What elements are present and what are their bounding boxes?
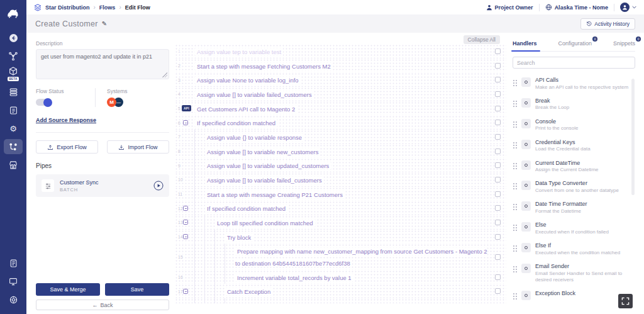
- flow-step[interactable]: 7Assign value {} to variable response: [175, 130, 506, 144]
- flow-step[interactable]: 11Start a step with message Creating P21…: [175, 187, 506, 201]
- tab-configuration[interactable]: Configuration 0: [558, 40, 592, 47]
- tab-handlers[interactable]: Handlers: [513, 40, 537, 47]
- settings-gear-icon[interactable]: ⚙: [4, 121, 23, 136]
- logs-document-icon[interactable]: [4, 103, 23, 118]
- drag-handle-icon[interactable]: [513, 79, 517, 86]
- collapse-step-icon[interactable]: [183, 120, 188, 125]
- flow-step[interactable]: 16Increment variable total_records by va…: [175, 270, 506, 284]
- collapse-step-icon[interactable]: [183, 234, 188, 239]
- collapse-step-icon[interactable]: [183, 220, 188, 225]
- description-textarea[interactable]: get user from magento2 and update it in …: [36, 49, 169, 79]
- handler-item[interactable]: Current DateTimeAssign the Current Datet…: [513, 160, 635, 174]
- drag-handle-icon[interactable]: [513, 245, 517, 252]
- step-checkbox[interactable]: [495, 149, 501, 154]
- timezone-selector[interactable]: Alaska Time - Nome: [545, 4, 608, 11]
- drag-handle-icon[interactable]: [513, 266, 517, 272]
- step-checkbox[interactable]: [495, 234, 501, 240]
- add-source-response-link[interactable]: Add Source Response: [36, 117, 169, 123]
- save-button[interactable]: Save: [105, 283, 169, 296]
- rhino-logo-icon[interactable]: [4, 5, 23, 20]
- drag-handle-icon[interactable]: [513, 142, 517, 149]
- stacks-icon[interactable]: [4, 84, 23, 99]
- step-checkbox[interactable]: [495, 48, 501, 54]
- step-number: 1: [177, 49, 181, 53]
- handler-item[interactable]: Email SenderEmail Sender Handler to Send…: [513, 263, 635, 283]
- flow-step[interactable]: 6If specified condition matched: [175, 115, 506, 130]
- step-checkbox[interactable]: [495, 220, 501, 225]
- step-checkbox[interactable]: [495, 177, 501, 182]
- handler-item[interactable]: Date Time FormatterFormat the Datetime: [513, 201, 635, 215]
- handler-item[interactable]: ConsolePrint to the console: [513, 118, 635, 132]
- drag-handle-icon[interactable]: [513, 293, 517, 300]
- flow-step[interactable]: 15Prepare mapping with name new_customer…: [175, 244, 506, 269]
- flow-step[interactable]: 4Assign value [] to variable failed_cust…: [175, 87, 506, 101]
- flow-step[interactable]: 13Loop till specified condition matched: [175, 215, 506, 230]
- drag-handle-icon[interactable]: [513, 100, 517, 107]
- save-merge-button[interactable]: Save & Merge: [36, 283, 100, 296]
- step-checkbox[interactable]: [495, 288, 501, 294]
- step-checkbox[interactable]: [495, 106, 501, 111]
- flow-step[interactable]: 9Assign value [] to variable updated_cus…: [175, 158, 506, 172]
- import-flow-button[interactable]: Import Flow: [107, 140, 169, 154]
- step-checkbox[interactable]: [495, 63, 501, 69]
- fullscreen-button[interactable]: [618, 294, 633, 308]
- drag-handle-icon[interactable]: [513, 182, 517, 189]
- handler-text: API CallsMake an API call to the respect…: [535, 77, 628, 91]
- step-checkbox[interactable]: [495, 134, 501, 140]
- collapse-step-icon[interactable]: [183, 289, 188, 294]
- flow-step[interactable]: 2Start a step with message Fetching Cust…: [175, 59, 506, 73]
- pipe-card[interactable]: Customer Sync BATCH: [36, 174, 169, 197]
- step-checkbox[interactable]: [495, 254, 501, 260]
- breadcrumb-flows[interactable]: Flows: [99, 4, 116, 11]
- tab-snippets[interactable]: Snippets 0: [613, 40, 635, 47]
- step-checkbox[interactable]: [495, 191, 501, 197]
- collapse-step-icon[interactable]: [183, 206, 188, 211]
- handler-item[interactable]: API CallsMake an API call to the respect…: [513, 77, 635, 91]
- handler-list-scrollbar[interactable]: [631, 79, 635, 195]
- back-button[interactable]: ← Back: [36, 300, 169, 310]
- support-lifebuoy-icon[interactable]: [4, 292, 23, 307]
- handler-item[interactable]: Exception Block: [513, 290, 635, 300]
- monitor-icon[interactable]: [4, 274, 23, 289]
- handler-item[interactable]: Data Type ConverterConvert from one to a…: [513, 180, 635, 194]
- export-flow-button[interactable]: Export Flow: [36, 140, 98, 154]
- activity-history-button[interactable]: Activity History: [580, 18, 635, 30]
- marketplace-store-icon[interactable]: [4, 157, 23, 172]
- flow-step[interactable]: 3Assign value None to variable log_info: [175, 72, 506, 87]
- step-checkbox[interactable]: [495, 120, 501, 125]
- handler-item[interactable]: ElseExecuted when If condition failed: [513, 221, 635, 235]
- user-menu[interactable]: [620, 3, 636, 12]
- breadcrumb-app[interactable]: Star Distribution: [45, 4, 90, 11]
- hub-icon[interactable]: [4, 48, 23, 64]
- flows-pipeline-icon[interactable]: [4, 139, 23, 154]
- handler-item[interactable]: BreakBreak the Loop: [513, 98, 635, 111]
- step-checkbox[interactable]: [495, 205, 501, 211]
- run-pipe-button[interactable]: [153, 181, 164, 191]
- drag-handle-icon[interactable]: [513, 121, 517, 128]
- drag-handle-icon[interactable]: [513, 224, 517, 231]
- docs-page-icon[interactable]: [4, 255, 23, 271]
- flow-status-toggle[interactable]: [36, 99, 51, 106]
- project-owner[interactable]: Project Owner: [486, 4, 533, 11]
- flow-step[interactable]: 5APIGet Customers API call to Magento 2: [175, 101, 506, 116]
- drag-handle-icon[interactable]: [513, 203, 517, 210]
- pipe-sliders-icon[interactable]: [42, 179, 54, 192]
- handler-item[interactable]: Credential KeysLoad the Credential data: [513, 139, 635, 153]
- drag-handle-icon[interactable]: [513, 162, 517, 169]
- flow-step[interactable]: 8Assign value [] to variable new_custome…: [175, 144, 506, 159]
- handler-search-input[interactable]: [513, 57, 635, 69]
- flow-step[interactable]: 10Assign value [] to variable failed_cus…: [175, 172, 506, 187]
- step-checkbox[interactable]: [495, 77, 501, 82]
- beta-cube-icon[interactable]: BETA: [4, 67, 23, 81]
- edit-title-pencil-icon[interactable]: ✎: [102, 20, 108, 27]
- step-checkbox[interactable]: [495, 91, 501, 97]
- flow-step[interactable]: 1Assign value tep to variable test: [175, 44, 506, 59]
- flow-step[interactable]: 17Catch Exception: [175, 284, 506, 298]
- flow-step[interactable]: 12If specified condition matched: [175, 201, 506, 215]
- handler-item[interactable]: Else IfExecuted when the condition match…: [513, 242, 635, 256]
- collapse-all-button[interactable]: Collapse All: [464, 35, 500, 44]
- flow-step[interactable]: 14Try block: [175, 230, 506, 244]
- step-checkbox[interactable]: [495, 274, 501, 280]
- step-checkbox[interactable]: [495, 162, 501, 168]
- back-circle-icon[interactable]: [4, 30, 23, 45]
